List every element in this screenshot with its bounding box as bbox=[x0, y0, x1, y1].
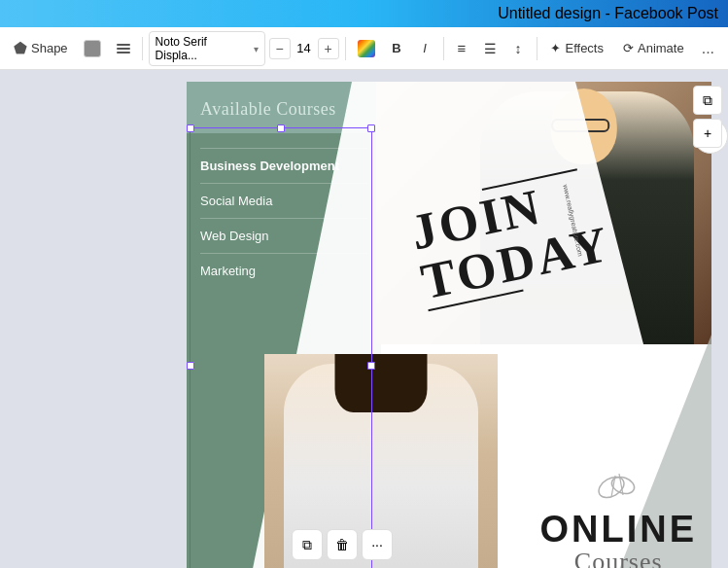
font-family-selector[interactable]: Noto Serif Displa... bbox=[149, 31, 265, 66]
color-gradient-icon bbox=[358, 40, 375, 57]
divider-1 bbox=[142, 37, 143, 60]
shape-label: Shape bbox=[31, 41, 68, 55]
add-page-button[interactable]: + bbox=[693, 119, 722, 148]
copy-icon: ⧉ bbox=[703, 92, 712, 109]
leaf-icon bbox=[594, 466, 642, 503]
copy-design-button[interactable]: ⧉ bbox=[693, 86, 722, 115]
animate-button[interactable]: ⟳ Animate bbox=[615, 37, 692, 59]
color-swatch-button[interactable] bbox=[78, 36, 107, 61]
document-title: Untitled design - Facebook Post bbox=[498, 5, 718, 22]
align-icon: ≡ bbox=[458, 40, 467, 56]
hamburger-icon bbox=[117, 44, 130, 53]
bold-icon: B bbox=[392, 41, 400, 55]
text-color-button[interactable] bbox=[352, 36, 381, 61]
effects-label: Effects bbox=[565, 41, 604, 55]
online-text: ONLINE bbox=[539, 511, 697, 548]
bold-button[interactable]: B bbox=[385, 36, 409, 61]
courses-header: Available Courses bbox=[187, 82, 381, 133]
design-canvas: Available Courses Business Development S… bbox=[187, 82, 711, 568]
online-courses-container: ONLINE Courses bbox=[539, 466, 697, 568]
shape-tool[interactable]: ⬟ Shape bbox=[8, 35, 74, 61]
more-icon: ... bbox=[702, 40, 714, 57]
align-button[interactable]: ≡ bbox=[450, 36, 474, 61]
animate-label: Animate bbox=[638, 41, 684, 55]
font-size-decrease[interactable]: − bbox=[269, 38, 291, 59]
delete-button[interactable]: 🗑 bbox=[327, 529, 358, 560]
font-size-value[interactable]: 14 bbox=[293, 41, 316, 55]
toolbar: ⬟ Shape Noto Serif Displa... − 14 + B bbox=[0, 27, 728, 70]
courses-title: Available Courses bbox=[200, 99, 367, 120]
italic-icon: I bbox=[423, 41, 427, 55]
duplicate-icon: ⧉ bbox=[302, 537, 312, 553]
canvas-content: Available Courses Business Development S… bbox=[187, 82, 711, 568]
add-icon: + bbox=[704, 125, 711, 141]
plus-icon: + bbox=[324, 41, 331, 56]
top-bar: Untitled design - Facebook Post bbox=[0, 0, 728, 27]
right-icons: ⧉ + bbox=[689, 82, 728, 152]
courses-bottom-text: Courses bbox=[539, 548, 697, 568]
color-preview bbox=[84, 40, 101, 57]
course-item-3: Web Design bbox=[200, 218, 367, 253]
effects-button[interactable]: ✦ Effects bbox=[542, 37, 611, 59]
courses-list: Business Development Social Media Web De… bbox=[187, 148, 381, 288]
font-size-increase[interactable]: + bbox=[318, 38, 339, 59]
canvas-area: Available Courses Business Development S… bbox=[0, 70, 728, 568]
menu-button[interactable] bbox=[111, 40, 136, 57]
list-button[interactable]: ☰ bbox=[478, 36, 503, 61]
shape-icon: ⬟ bbox=[14, 39, 27, 57]
more-options-button[interactable]: ... bbox=[696, 36, 720, 61]
course-item-1: Business Development bbox=[200, 148, 367, 183]
font-size-controls: − 14 + bbox=[269, 38, 339, 59]
italic-button[interactable]: I bbox=[413, 36, 437, 61]
animate-icon: ⟳ bbox=[623, 41, 634, 55]
spacing-icon: ↕ bbox=[515, 41, 522, 56]
more-options-canvas-button[interactable]: ··· bbox=[362, 529, 393, 560]
glasses bbox=[551, 119, 609, 132]
font-dropdown-icon bbox=[254, 42, 259, 55]
bottom-toolbar: ⧉ 🗑 ··· bbox=[292, 529, 393, 560]
more-canvas-icon: ··· bbox=[371, 537, 383, 552]
course-item-2: Social Media bbox=[200, 183, 367, 218]
duplicate-button[interactable]: ⧉ bbox=[292, 529, 323, 560]
trash-icon: 🗑 bbox=[335, 537, 349, 552]
spacing-button[interactable]: ↕ bbox=[506, 36, 531, 61]
person-hair-bottom bbox=[335, 354, 428, 412]
effects-icon: ✦ bbox=[550, 41, 561, 55]
list-icon: ☰ bbox=[484, 41, 497, 56]
divider-2 bbox=[345, 37, 346, 60]
divider-4 bbox=[537, 37, 537, 60]
divider-3 bbox=[443, 37, 444, 60]
course-item-4: Marketing bbox=[200, 253, 367, 288]
minus-icon: − bbox=[275, 41, 283, 56]
font-name-label: Noto Serif Displa... bbox=[156, 35, 250, 62]
